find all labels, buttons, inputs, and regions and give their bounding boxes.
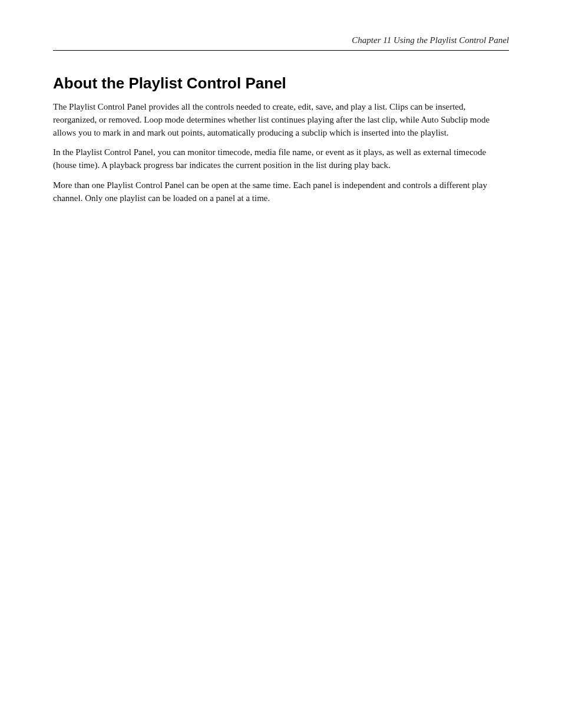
running-header: Chapter 11 Using the Playlist Control Pa… (53, 35, 509, 45)
body-para-1: The Playlist Control Panel provides all … (53, 101, 509, 139)
body-para-3: More than one Playlist Control Panel can… (53, 179, 509, 205)
body-para-2: In the Playlist Control Panel, you can m… (53, 146, 509, 172)
section-title: About the Playlist Control Panel (53, 74, 509, 93)
header-rule (53, 50, 509, 51)
